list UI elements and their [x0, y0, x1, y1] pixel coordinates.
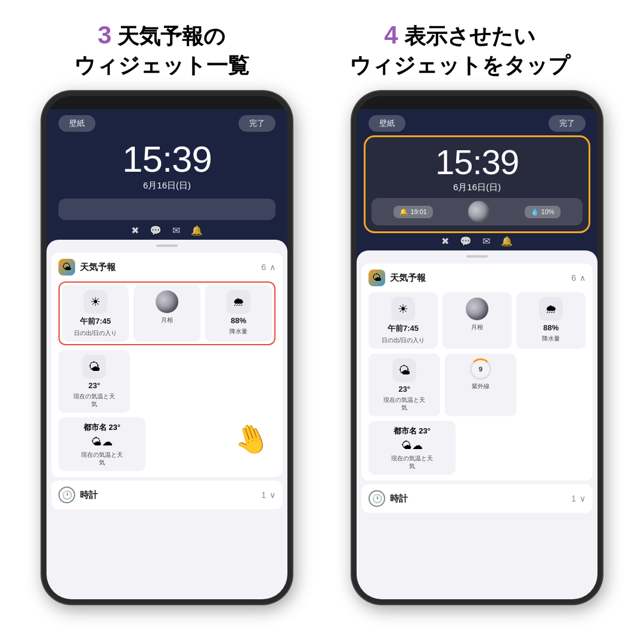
lock-date: 6月16日(日): [47, 180, 287, 191]
moon-visual: [156, 290, 178, 313]
right-uv-widget[interactable]: 9 紫外線: [445, 354, 516, 416]
temp-widget[interactable]: 🌤 23° 現在の気温と天気: [58, 350, 130, 413]
weather-section-header: 🌤 天気予報 6 ∧: [58, 259, 275, 275]
widget-mini-pct: 💧 10%: [525, 206, 561, 218]
bell-mini-icon: 🔔: [400, 208, 408, 216]
right-step-num: 4: [384, 21, 398, 49]
rain-value: 88%: [231, 316, 246, 325]
right-uv-label: 紫外線: [472, 382, 490, 390]
right-city-temp-widget[interactable]: 都市名 23° 🌤☁ 現在の気温と天気: [369, 421, 456, 475]
widget-mini-time: 🔔 19:01: [394, 206, 433, 218]
left-bottom-sheet: 🌤 天気予報 6 ∧ ☀ 午前7:45: [47, 240, 287, 599]
city-weather-icon: 🌤☁: [91, 435, 113, 448]
chevron-down-icon: ∨: [270, 490, 275, 500]
sunrise-icon: ☀: [83, 290, 107, 314]
right-clock-section: 🕐 時計 1 ∨: [361, 484, 593, 513]
right-vol-down: [352, 190, 353, 212]
lock-time: 15:39: [47, 135, 287, 180]
right-phone-screen: 壁紙 完了 15:39 6月16日(日) 🔔 19:01 💧 10%: [357, 109, 597, 599]
right-sunrise-widget[interactable]: ☀ 午前7:45 日の出/日の入り: [369, 292, 438, 349]
clock-title-group: 🕐 時計: [58, 487, 98, 503]
temp-label: 現在の気温と天気: [73, 392, 115, 408]
right-done-button[interactable]: 完了: [549, 115, 586, 132]
header-row: 3 天気予報の ウィジェット一覧 4 表示させたい ウィジェットをタップ: [0, 0, 644, 91]
lock-top-bar: 壁紙 完了: [47, 109, 287, 135]
right-weather-count: 6 ∧: [571, 273, 586, 283]
sunrise-widget[interactable]: ☀ 午前7:45 日の出/日の入り: [62, 285, 129, 342]
vol-down-button: [42, 190, 43, 212]
left-step-num: 3: [98, 21, 112, 49]
weather-label: 天気予報: [80, 262, 116, 273]
right-lock-time: 15:39: [371, 140, 583, 182]
rain-widget[interactable]: 🌧 88% 降水量: [205, 285, 272, 342]
right-widgets-row3: 都市名 23° 🌤☁ 現在の気温と天気: [369, 421, 586, 475]
widgets-highlight-box: ☀ 午前7:45 日の出/日の入り 月相 🌧: [58, 281, 275, 345]
sunrise-label: 日の出/日の入り: [74, 329, 117, 337]
right-sunrise-value: 午前7:45: [388, 323, 419, 334]
moon-label: 月相: [161, 316, 173, 324]
right-mail-icon: ✉: [482, 236, 490, 247]
sunrise-value: 午前7:45: [80, 316, 111, 327]
right-power-button: [601, 174, 602, 209]
right-clock-title-group: 🕐 時計: [369, 490, 408, 507]
clock-label: 時計: [80, 490, 98, 501]
right-widgets-row1: ☀ 午前7:45 日の出/日の入り 月相 🌧 88%: [369, 292, 586, 349]
person-icon: ✖: [131, 225, 139, 236]
rain-mini-icon: 💧: [531, 208, 539, 216]
left-phone: 壁紙 完了 15:39 6月16日(日) ✖ 💬 ✉ 🔔 🌤: [42, 91, 292, 604]
right-moon-widget[interactable]: 月相: [442, 292, 512, 349]
right-message-icon: 💬: [460, 236, 472, 247]
right-wallpaper-button[interactable]: 壁紙: [369, 115, 405, 132]
right-temp-widget[interactable]: 🌤 23° 現在の気温と天気: [369, 354, 440, 416]
right-weather-section: 🌤 天気予報 6 ∧ ☀ 午前7:45 日の出/日の入り: [361, 264, 593, 481]
right-sunrise-label: 日の出/日の入り: [382, 336, 425, 344]
right-sheet-handle: [466, 255, 488, 258]
bell-icon: 🔔: [191, 225, 203, 236]
right-rain-label: 降水量: [542, 335, 560, 342]
message-icon: 💬: [150, 225, 162, 236]
right-phone: 壁紙 完了 15:39 6月16日(日) 🔔 19:01 💧 10%: [352, 91, 602, 604]
right-chevron-down-icon: ∨: [580, 494, 586, 503]
right-clock-app-icon: 🕐: [369, 490, 385, 507]
phones-row: 壁紙 完了 15:39 6月16日(日) ✖ 💬 ✉ 🔔 🌤: [0, 91, 644, 604]
right-bell-icon: 🔔: [501, 236, 513, 247]
right-city-weather-icon: 🌤☁: [401, 439, 423, 452]
temp-value: 23°: [88, 381, 100, 390]
right-city-temp-label: 現在の気温と天気: [391, 454, 433, 470]
power-button: [291, 174, 292, 209]
right-uv-icon: 9: [470, 358, 491, 380]
right-weather-section-header: 🌤 天気予報 6 ∧: [369, 270, 586, 286]
right-weather-title-group: 🌤 天気予報: [369, 270, 426, 286]
weather-count: 6 ∧: [261, 262, 275, 272]
left-phone-screen: 壁紙 完了 15:39 6月16日(日) ✖ 💬 ✉ 🔔 🌤: [47, 109, 287, 599]
weather-app-icon: 🌤: [58, 259, 75, 275]
chevron-up-icon: ∧: [270, 262, 275, 272]
city-temp-widget[interactable]: 都市名 23° 🌤☁ 現在の気温と天気: [58, 417, 145, 471]
done-button[interactable]: 完了: [239, 115, 275, 132]
wallpaper-button[interactable]: 壁紙: [58, 115, 95, 132]
right-lock-top-bar: 壁紙 完了: [357, 109, 597, 135]
moon-widget[interactable]: 月相: [134, 285, 200, 342]
orange-highlight-box: 15:39 6月16日(日) 🔔 19:01 💧 10%: [364, 135, 590, 233]
right-lock-widget-bar: 🔔 19:01 💧 10%: [371, 198, 583, 225]
right-moon-label: 月相: [471, 323, 483, 331]
right-moon-visual: [466, 298, 488, 320]
right-phone-notch: [438, 96, 516, 109]
city-temp-label: 現在の気温と天気: [81, 451, 123, 466]
lock-notification-icons: ✖ 💬 ✉ 🔔: [47, 222, 287, 240]
moon-icon: [155, 290, 179, 314]
right-temp-label: 現在の気温と天気: [383, 396, 425, 411]
right-city-temp-value: 都市名 23°: [394, 426, 431, 436]
right-sunrise-icon: ☀: [391, 297, 415, 321]
right-moon-icon: [465, 297, 489, 321]
city-temp-value: 都市名 23°: [83, 422, 120, 433]
clock-section: 🕐 時計 1 ∨: [51, 481, 283, 509]
right-rain-widget[interactable]: 🌧 88% 降水量: [516, 292, 586, 349]
right-rain-icon: 🌧: [539, 297, 563, 321]
right-clock-label: 時計: [390, 493, 408, 504]
mail-icon: ✉: [172, 225, 180, 236]
left-widgets-row2: 🌤 23° 現在の気温と天気: [58, 350, 275, 413]
vol-up-button: [42, 162, 43, 183]
weather-title-group: 🌤 天気予報: [58, 259, 116, 275]
right-vol-up: [352, 162, 353, 183]
